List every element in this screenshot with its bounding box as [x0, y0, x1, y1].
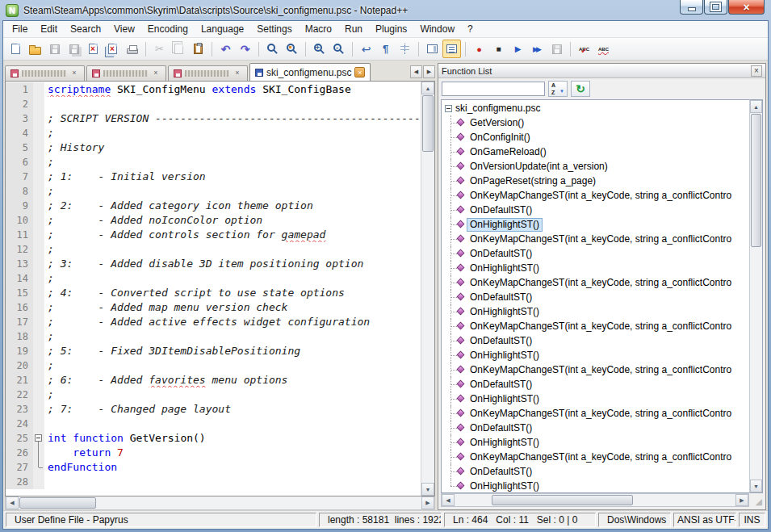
code-line[interactable]: 13; 3: - Added disable 3D item positioni…: [6, 257, 421, 271]
macro-stop-button[interactable]: [489, 40, 508, 58]
line-number[interactable]: 28: [6, 475, 33, 489]
code-line[interactable]: 28: [6, 475, 421, 489]
editor-vertical-scrollbar[interactable]: [421, 82, 434, 496]
menu-item-file[interactable]: File: [6, 21, 34, 37]
line-number[interactable]: 10: [6, 213, 33, 228]
function-list-item[interactable]: OnKeyMapChangeST(int a_keyCode, string a…: [442, 406, 749, 421]
menu-item-view[interactable]: View: [107, 21, 141, 37]
reload-button[interactable]: [571, 81, 590, 97]
tab-close-icon[interactable]: ×: [151, 69, 161, 78]
editor[interactable]: 1scriptname SKI_ConfigMenu extends SKI_C…: [5, 81, 435, 496]
line-number[interactable]: 24: [6, 417, 33, 431]
paste-button[interactable]: [189, 40, 207, 58]
line-number[interactable]: 7: [6, 170, 33, 184]
line-number[interactable]: 19: [6, 344, 33, 358]
scroll-left-arrow[interactable]: [6, 496, 19, 509]
tab-scroll-left-button[interactable]: [410, 65, 422, 78]
function-list-item[interactable]: OnHighlightST(): [442, 304, 749, 319]
menu-item-help[interactable]: ?: [461, 21, 480, 37]
function-list-item[interactable]: OnHighlightST(): [442, 435, 749, 450]
function-list-item[interactable]: OnDefaultST(): [442, 377, 749, 392]
line-number[interactable]: 9: [6, 199, 33, 213]
line-number[interactable]: 17: [6, 315, 33, 329]
line-number[interactable]: 25: [6, 431, 33, 446]
line-number[interactable]: 2: [6, 97, 33, 111]
document-map-button[interactable]: [423, 40, 442, 58]
editor-horizontal-scrollbar[interactable]: [5, 496, 435, 510]
macro-run-multiple-button[interactable]: [528, 40, 547, 58]
word-wrap-button[interactable]: [357, 40, 375, 58]
function-list-item[interactable]: OnKeyMapChangeST(int a_keyCode, string a…: [442, 232, 749, 246]
function-list-item[interactable]: OnKeyMapChangeST(int a_keyCode, string a…: [442, 188, 749, 203]
menu-item-language[interactable]: Language: [195, 21, 250, 37]
copy-button[interactable]: [170, 40, 188, 58]
function-list-item[interactable]: OnKeyMapChangeST(int a_keyCode, string a…: [442, 275, 749, 290]
function-list-item[interactable]: OnDefaultST(): [442, 290, 749, 304]
horizontal-scrollbar-thumb[interactable]: [492, 495, 633, 505]
function-search-input[interactable]: [442, 82, 545, 96]
code-line[interactable]: 4;: [6, 126, 421, 140]
line-number[interactable]: 1: [6, 82, 33, 97]
menu-item-macro[interactable]: Macro: [299, 21, 338, 37]
code-line[interactable]: 2: [6, 97, 421, 111]
line-number[interactable]: 12: [6, 242, 33, 257]
menu-item-settings[interactable]: Settings: [250, 21, 298, 37]
line-number[interactable]: 11: [6, 228, 33, 242]
fold-collapse-icon[interactable]: [35, 434, 42, 442]
find-button[interactable]: [263, 40, 282, 58]
tab-close-icon[interactable]: ×: [69, 69, 79, 78]
scroll-left-arrow[interactable]: [442, 494, 455, 506]
code-line[interactable]: 15; 4: - Converted script to use state o…: [6, 286, 421, 300]
line-number[interactable]: 20: [6, 358, 33, 373]
code-line[interactable]: 25int function GetVersion(): [6, 431, 421, 446]
show-all-characters-button[interactable]: [376, 40, 395, 58]
line-number[interactable]: 22: [6, 387, 33, 402]
line-number[interactable]: 16: [6, 300, 33, 315]
line-number[interactable]: 5: [6, 140, 33, 155]
line-number[interactable]: 4: [6, 126, 33, 140]
function-list-item[interactable]: OnHighlightST(): [442, 479, 749, 493]
tab-document[interactable]: ×: [168, 65, 248, 81]
horizontal-scrollbar-thumb[interactable]: [19, 497, 96, 509]
indent-guide-button[interactable]: [396, 40, 414, 58]
line-number[interactable]: 8: [6, 184, 33, 199]
sort-button[interactable]: [548, 81, 568, 97]
code-line[interactable]: 26 return 7: [6, 446, 421, 460]
scroll-right-arrow[interactable]: [735, 494, 748, 506]
code-line[interactable]: 16; - Added map menu version check: [6, 300, 421, 315]
code-line[interactable]: 18;: [6, 329, 421, 344]
code-line[interactable]: 11; - Added controls section for gamepad: [6, 228, 421, 242]
code-line[interactable]: 8;: [6, 184, 421, 199]
code-line[interactable]: 6;: [6, 155, 421, 170]
title-bar[interactable]: Steam\SteamApps\common\Skyrim\Data\scrip…: [0, 0, 771, 20]
menu-item-plugins[interactable]: Plugins: [369, 21, 413, 37]
line-number[interactable]: 21: [6, 373, 33, 387]
code-line[interactable]: 9; 2: - Added category icon theme option: [6, 199, 421, 213]
menu-item-run[interactable]: Run: [338, 21, 369, 37]
code-line[interactable]: 14;: [6, 271, 421, 286]
function-list-button[interactable]: [442, 40, 461, 58]
menu-item-encoding[interactable]: Encoding: [141, 21, 195, 37]
function-list-item[interactable]: OnKeyMapChangeST(int a_keyCode, string a…: [442, 319, 749, 333]
panel-close-icon[interactable]: [751, 65, 762, 77]
line-number[interactable]: 6: [6, 155, 33, 170]
replace-button[interactable]: [283, 40, 301, 58]
auto-spell-check-button[interactable]: [594, 40, 613, 58]
open-file-button[interactable]: [26, 40, 44, 58]
function-list-item[interactable]: OnHighlightST(): [442, 217, 749, 232]
line-number[interactable]: 3: [6, 111, 33, 126]
menu-item-edit[interactable]: Edit: [34, 21, 64, 37]
function-list-item[interactable]: OnDefaultST(): [442, 203, 749, 217]
menu-item-window[interactable]: Window: [413, 21, 461, 37]
code-line[interactable]: 5; History: [6, 140, 421, 155]
collapse-expander-icon[interactable]: [445, 105, 452, 112]
function-list-item[interactable]: OnHighlightST(): [442, 348, 749, 362]
function-list-item[interactable]: OnConfigInit(): [442, 130, 749, 145]
function-list-item[interactable]: OnHighlightST(): [442, 392, 749, 406]
function-list-item[interactable]: OnHighlightST(): [442, 261, 749, 275]
maximize-button[interactable]: [704, 0, 727, 15]
minimize-button[interactable]: [680, 0, 703, 15]
line-number[interactable]: 23: [6, 402, 33, 417]
tab-ski_configmenu.psc[interactable]: ski_configmenu.psc×: [249, 63, 371, 81]
function-list-item[interactable]: OnKeyMapChangeST(int a_keyCode, string a…: [442, 362, 749, 377]
